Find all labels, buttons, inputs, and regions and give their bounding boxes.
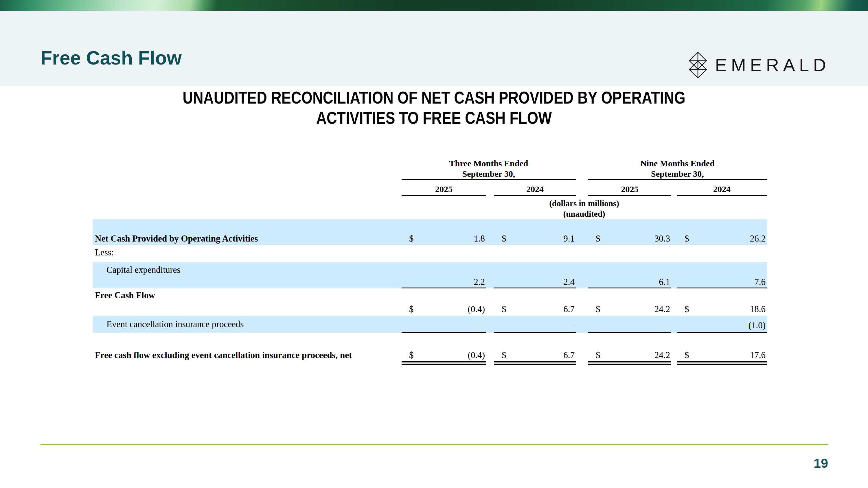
cell-group: $ 26.2 bbox=[677, 233, 767, 244]
cell-group: $ 17.6 bbox=[677, 350, 767, 360]
total-double-rule bbox=[677, 361, 767, 362]
cell-group: $ 24.2 bbox=[588, 350, 671, 360]
currency-symbol: $ bbox=[677, 233, 689, 244]
currency-symbol: $ bbox=[588, 304, 600, 315]
column-rule bbox=[494, 288, 576, 288]
cell-value: (0.4) bbox=[468, 350, 486, 360]
total-double-rule bbox=[588, 361, 671, 362]
cell-group: — bbox=[494, 320, 576, 331]
total-double-rule bbox=[588, 364, 671, 365]
units-line1: (dollars in millions) bbox=[402, 198, 767, 208]
footer-green-rule bbox=[40, 444, 828, 445]
cell-group: $ (0.4) bbox=[402, 304, 486, 315]
page-number: 19 bbox=[814, 456, 828, 471]
column-rule bbox=[588, 288, 671, 288]
currency-symbol: $ bbox=[402, 350, 414, 360]
currency-symbol: $ bbox=[677, 304, 689, 315]
total-double-rule bbox=[677, 364, 767, 365]
cell-group: 2.4 bbox=[494, 277, 576, 287]
cell-value: (1.0) bbox=[748, 320, 767, 331]
table-row: Free Cash Flow bbox=[93, 290, 767, 302]
cell-group: $ 6.7 bbox=[494, 304, 576, 315]
cell-value: 6.7 bbox=[563, 304, 576, 315]
col-header-year: 2024 bbox=[494, 184, 576, 196]
period-line2: September 30, bbox=[402, 169, 576, 179]
table-row: Free cash flow excluding event cancellat… bbox=[93, 349, 767, 362]
cell-value: 17.6 bbox=[750, 350, 767, 360]
cell-group: 2.2 bbox=[402, 277, 486, 287]
currency-symbol: $ bbox=[494, 233, 506, 244]
cell-value: — bbox=[476, 320, 486, 331]
cell-value: 24.2 bbox=[654, 304, 671, 315]
cell-value: 18.6 bbox=[750, 304, 767, 315]
col-header-year: 2025 bbox=[588, 184, 671, 196]
slide: Free Cash Flow EMERALD UNAUDITED RECONCI… bbox=[0, 0, 868, 488]
cell-value: 7.6 bbox=[754, 277, 767, 287]
heading-line-1: UNAUDITED RECONCILIATION OF NET CASH PRO… bbox=[69, 88, 799, 108]
cell-value: — bbox=[661, 320, 671, 331]
col-header-year: 2024 bbox=[677, 184, 767, 196]
cell-group: $ 1.8 bbox=[402, 233, 486, 244]
cell-group: $ 30.3 bbox=[588, 233, 671, 244]
total-double-rule bbox=[402, 364, 486, 365]
period-line2: September 30, bbox=[588, 169, 767, 179]
logo-wordmark: EMERALD bbox=[715, 56, 830, 74]
cell-group: $ 6.7 bbox=[494, 350, 576, 360]
row-label: Less: bbox=[95, 247, 114, 258]
row-label: Net Cash Provided by Operating Activitie… bbox=[95, 233, 258, 244]
cell-group: 7.6 bbox=[677, 277, 767, 287]
table-row: Net Cash Provided by Operating Activitie… bbox=[93, 219, 767, 245]
currency-symbol: $ bbox=[677, 350, 689, 360]
cell-value: — bbox=[566, 320, 576, 331]
cell-group: $ 18.6 bbox=[677, 304, 767, 315]
row-label: Free cash flow excluding event cancellat… bbox=[95, 350, 352, 360]
emerald-gem-icon bbox=[688, 48, 707, 82]
total-double-rule bbox=[494, 364, 576, 365]
currency-symbol: $ bbox=[402, 233, 414, 244]
currency-symbol: $ bbox=[588, 233, 600, 244]
column-rule bbox=[588, 332, 671, 333]
currency-symbol: $ bbox=[494, 350, 506, 360]
cell-group: (1.0) bbox=[677, 320, 767, 331]
row-label: Capital expenditures bbox=[106, 265, 181, 275]
table-row: Less: bbox=[93, 246, 767, 259]
column-rule bbox=[402, 332, 486, 333]
cell-value: 6.1 bbox=[659, 277, 671, 287]
cell-value: 2.4 bbox=[563, 277, 576, 287]
cell-value: 2.2 bbox=[474, 277, 486, 287]
free-cash-flow-table: Three Months Ended September 30, Nine Mo… bbox=[93, 158, 767, 372]
row-label: Free Cash Flow bbox=[95, 290, 155, 300]
slide-title: Free Cash Flow bbox=[40, 46, 182, 69]
column-rule bbox=[402, 288, 486, 288]
cell-group: $ 9.1 bbox=[494, 233, 576, 244]
cell-group: 6.1 bbox=[588, 277, 671, 287]
cell-value: 9.1 bbox=[563, 233, 576, 244]
table-row-values: — — — (1.0) bbox=[93, 320, 767, 332]
table-row: Capital expenditures bbox=[93, 265, 767, 275]
column-rule bbox=[677, 288, 767, 288]
col-header-year: 2025 bbox=[402, 184, 486, 196]
col-header-nine-months: Nine Months Ended September 30, bbox=[588, 158, 767, 180]
units-line2: (unaudited) bbox=[402, 208, 767, 219]
cell-value: 26.2 bbox=[750, 233, 767, 244]
cell-value: (0.4) bbox=[468, 304, 486, 315]
cell-value: 6.7 bbox=[563, 350, 576, 360]
currency-symbol: $ bbox=[588, 350, 600, 360]
cell-group: $ (0.4) bbox=[402, 350, 486, 360]
total-double-rule bbox=[494, 361, 576, 362]
period-line1: Three Months Ended bbox=[402, 158, 576, 169]
table-row-values: $ (0.4) $ 6.7 $ 24.2 $ 18.6 bbox=[93, 303, 767, 316]
heading-line-2: ACTIVITIES TO FREE CASH FLOW bbox=[69, 108, 799, 128]
period-line1: Nine Months Ended bbox=[588, 158, 767, 169]
cell-group: — bbox=[588, 320, 671, 331]
units-note: (dollars in millions) (unaudited) bbox=[402, 198, 767, 219]
top-gradient-bar bbox=[0, 0, 868, 11]
col-header-three-months: Three Months Ended September 30, bbox=[402, 158, 576, 180]
table-row-values: 2.2 2.4 6.1 7.6 bbox=[93, 276, 767, 288]
column-rule bbox=[677, 332, 767, 333]
cell-value: 1.8 bbox=[474, 233, 486, 244]
cell-value: 24.2 bbox=[654, 350, 671, 360]
cell-group: $ 24.2 bbox=[588, 304, 671, 315]
currency-symbol: $ bbox=[402, 304, 414, 315]
currency-symbol: $ bbox=[494, 304, 506, 315]
